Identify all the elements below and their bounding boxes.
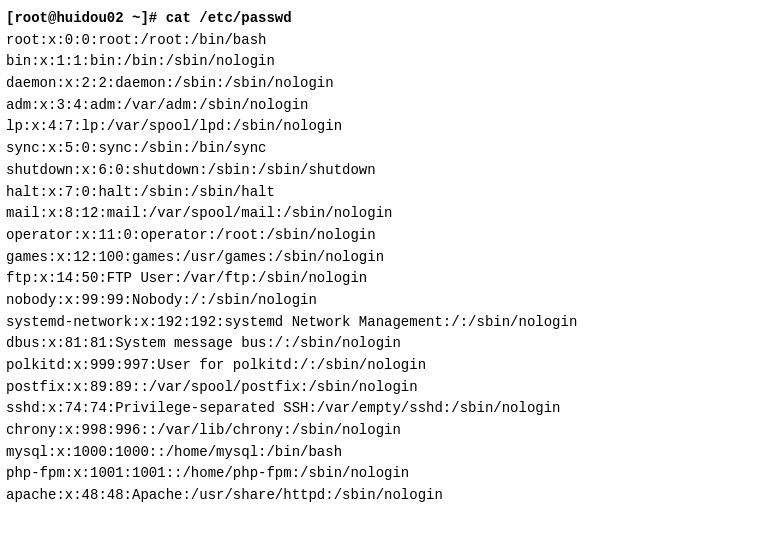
terminal-line: systemd-network:x:192:192:systemd Networ… (6, 312, 778, 334)
terminal-line: lp:x:4:7:lp:/var/spool/lpd:/sbin/nologin (6, 116, 778, 138)
terminal-line: nobody:x:99:99:Nobody:/:/sbin/nologin (6, 290, 778, 312)
terminal-output: root:x:0:0:root:/root:/bin/bashbin:x:1:1… (6, 30, 778, 507)
terminal-line: mysql:x:1000:1000::/home/mysql:/bin/bash (6, 442, 778, 464)
terminal-line: mail:x:8:12:mail:/var/spool/mail:/sbin/n… (6, 203, 778, 225)
terminal-line: apache:x:48:48:Apache:/usr/share/httpd:/… (6, 485, 778, 507)
terminal-line: chrony:x:998:996::/var/lib/chrony:/sbin/… (6, 420, 778, 442)
terminal-line: daemon:x:2:2:daemon:/sbin:/sbin/nologin (6, 73, 778, 95)
terminal-line: halt:x:7:0:halt:/sbin:/sbin/halt (6, 182, 778, 204)
terminal-line: operator:x:11:0:operator:/root:/sbin/nol… (6, 225, 778, 247)
terminal-line: sshd:x:74:74:Privilege-separated SSH:/va… (6, 398, 778, 420)
terminal-line: shutdown:x:6:0:shutdown:/sbin:/sbin/shut… (6, 160, 778, 182)
terminal-line: php-fpm:x:1001:1001::/home/php-fpm:/sbin… (6, 463, 778, 485)
terminal-line: polkitd:x:999:997:User for polkitd:/:/sb… (6, 355, 778, 377)
terminal-line: ftp:x:14:50:FTP User:/var/ftp:/sbin/nolo… (6, 268, 778, 290)
terminal-line: games:x:12:100:games:/usr/games:/sbin/no… (6, 247, 778, 269)
prompt-line: [root@huidou02 ~]# cat /etc/passwd (6, 8, 778, 30)
terminal-line: postfix:x:89:89::/var/spool/postfix:/sbi… (6, 377, 778, 399)
terminal-line: bin:x:1:1:bin:/bin:/sbin/nologin (6, 51, 778, 73)
terminal-line: dbus:x:81:81:System message bus:/:/sbin/… (6, 333, 778, 355)
terminal-line: root:x:0:0:root:/root:/bin/bash (6, 30, 778, 52)
terminal-line: adm:x:3:4:adm:/var/adm:/sbin/nologin (6, 95, 778, 117)
terminal-line: sync:x:5:0:sync:/sbin:/bin/sync (6, 138, 778, 160)
